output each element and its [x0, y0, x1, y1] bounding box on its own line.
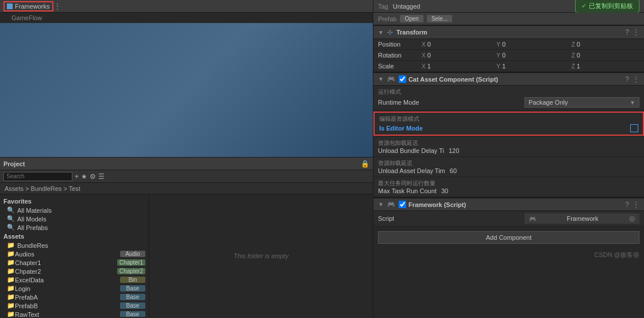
editor-mode-checkbox[interactable]	[630, 124, 638, 132]
transform-icon: ⊹	[387, 28, 393, 36]
bundle-res-label: BundleRes	[17, 242, 48, 249]
cat-component-toggle[interactable]	[399, 75, 406, 83]
empty-folder-message: This folder is empty	[234, 252, 288, 259]
add-component-button[interactable]: Add Component	[378, 231, 639, 244]
prefaba-item[interactable]: 📁PrefabA Base	[0, 293, 149, 301]
runtime-mode-cn-label: 运行模式	[378, 88, 639, 96]
y-label: Y	[496, 63, 500, 70]
rotation-z-value: 0	[577, 52, 580, 59]
script-row: Script 🎮 Framework ◎	[373, 211, 644, 227]
cat-asset-component-header: ▼ 🎮 Cat Asset Component (Script) ? ⋮	[373, 72, 644, 86]
breadcrumb-text: Assets > BundleRes > Test	[5, 185, 80, 192]
transform-help-icon[interactable]: ?	[625, 28, 629, 36]
z-label: Z	[572, 41, 575, 48]
cube-icon	[7, 3, 13, 9]
position-y[interactable]: Y0	[494, 39, 569, 49]
prefaba-badge: Base	[120, 294, 145, 300]
scale-y-value: 1	[502, 63, 506, 70]
search-input[interactable]	[3, 172, 72, 181]
project-tree: Favorites 🔍 All Materials 🔍 All Models 🔍…	[0, 194, 149, 317]
inspector-panel: Tag Untagged ✔ 已复制到剪贴板 Prefab Open Sele.…	[373, 0, 644, 318]
cat-settings-icon[interactable]: ⋮	[633, 75, 639, 83]
z-label: Z	[572, 63, 575, 70]
transform-section-title: Transform	[396, 29, 625, 36]
watermark: CSDN @极客柴	[373, 248, 644, 262]
scale-z-value: 1	[577, 63, 580, 70]
script-value-box: 🎮 Framework ◎	[525, 213, 639, 224]
transform-arrow-icon: ▼	[378, 29, 384, 36]
add-folder-icon[interactable]: +	[75, 173, 79, 181]
options-icon[interactable]: ⚙	[90, 173, 96, 181]
exceldata-item[interactable]: 📁ExcelData Bin	[0, 275, 149, 284]
position-y-value: 0	[502, 41, 506, 48]
prefaba-label: PrefabA	[15, 294, 38, 301]
audios-label: Audios	[15, 251, 34, 258]
framework-settings-icon[interactable]: ⋮	[633, 201, 639, 209]
script-pick-icon[interactable]: ◎	[629, 214, 635, 223]
folder-icon: 📁	[7, 259, 15, 266]
rotation-x[interactable]: X0	[419, 50, 494, 60]
rawtext-item[interactable]: 📁RawText Base	[0, 310, 149, 317]
rotation-z[interactable]: Z0	[569, 50, 644, 60]
editor-mode-cn-label: 编辑器资源模式	[379, 115, 638, 123]
hierarchy-menu-icon[interactable]: ⋮	[53, 2, 61, 11]
rotation-x-value: 0	[427, 52, 431, 59]
scale-z[interactable]: Z1	[569, 61, 644, 71]
framework-script-header: ▼ 🎮 Framework (Script) ? ⋮	[373, 197, 644, 211]
login-item[interactable]: 📁Login Base	[0, 284, 149, 293]
scale-values: X1 Y1 Z1	[419, 61, 644, 72]
script-label: Script	[378, 215, 394, 222]
all-prefabs-item[interactable]: 🔍 All Prefabs	[0, 223, 149, 232]
chapter1-item[interactable]: 📁Chapter1 Chapter1	[0, 258, 149, 267]
z-label: Z	[572, 52, 575, 59]
audios-item[interactable]: 📁Audios Audio	[0, 250, 149, 258]
rotation-y-value: 0	[502, 52, 506, 59]
runtime-mode-dropdown[interactable]: Package Only ▼	[525, 97, 639, 108]
position-z[interactable]: Z0	[569, 39, 644, 49]
x-label: X	[422, 41, 426, 48]
script-value-text: Framework	[566, 215, 598, 222]
prefabb-item[interactable]: 📁PrefabB Base	[0, 301, 149, 310]
runtime-mode-row: Runtime Mode Package Only ▼	[378, 97, 639, 108]
rawtext-badge: Base	[120, 311, 145, 317]
position-x[interactable]: X0	[419, 39, 494, 49]
folder-icon: 🔍	[7, 206, 15, 214]
cat-arrow-icon: ▼	[378, 76, 384, 82]
select-button[interactable]: Sele...	[427, 15, 452, 22]
assets-section-label: Assets	[0, 232, 149, 241]
unload-asset-cn-label: 资源卸载延迟	[378, 159, 639, 167]
chpater2-item[interactable]: 📁Chpater2 Chapter2	[0, 267, 149, 275]
unload-asset-label: Unload Asset Delay Tim	[378, 167, 445, 174]
all-materials-item[interactable]: 🔍 All Materials	[0, 206, 149, 214]
max-task-section: 最大任务同时运行数量 Max Task Run Count 30	[373, 177, 644, 197]
bookmark-icon[interactable]: ★	[81, 173, 87, 181]
runtime-mode-value: Package Only	[529, 99, 568, 106]
tag-value: Untagged	[393, 3, 421, 10]
frameworks-item[interactable]: Frameworks	[3, 1, 53, 12]
scale-x[interactable]: X1	[419, 61, 494, 71]
editor-mode-row: Is Editor Mode	[379, 124, 638, 132]
script-icon: 🎮	[529, 216, 536, 222]
lock-icon[interactable]: 🔒	[361, 160, 369, 168]
editor-mode-section: 编辑器资源模式 Is Editor Mode	[373, 112, 644, 136]
cat-help-icon[interactable]: ?	[625, 75, 629, 83]
bundle-res-item[interactable]: 📁 BundleRes	[0, 241, 149, 250]
framework-component-toggle[interactable]	[399, 201, 406, 208]
unload-bundle-value: 120	[449, 147, 459, 154]
open-button[interactable]: Open	[400, 15, 423, 22]
folder-icon: 📁	[7, 242, 15, 249]
unload-bundle-field: 资源包卸载延迟 Unload Bundle Delay Ti 120	[373, 137, 644, 157]
folder-icon: 🔍	[7, 224, 15, 231]
max-task-row: Max Task Run Count 30	[378, 187, 639, 194]
all-models-item[interactable]: 🔍 All Models	[0, 214, 149, 223]
transform-settings-icon[interactable]: ⋮	[633, 28, 639, 36]
framework-help-icon[interactable]: ?	[625, 201, 629, 209]
view-toggle-icon[interactable]: ☰	[98, 173, 105, 181]
login-badge: Base	[120, 285, 145, 292]
scale-y[interactable]: Y1	[494, 61, 569, 71]
tag-left: Tag Untagged	[378, 3, 420, 10]
framework-gamepad-icon: 🎮	[387, 201, 395, 208]
exceldata-label: ExcelData	[15, 277, 44, 283]
rotation-y[interactable]: Y0	[494, 50, 569, 60]
project-title: Project	[3, 160, 25, 167]
